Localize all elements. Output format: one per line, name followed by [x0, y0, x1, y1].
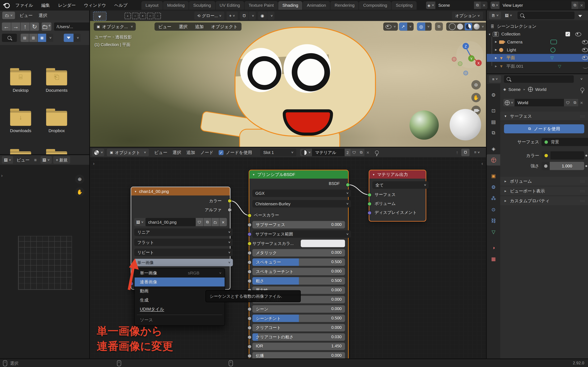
param-sheen-tint[interactable]: シーンチント0.500: [252, 315, 345, 322]
path-field[interactable]: /Users/...: [54, 22, 89, 31]
node-menu-node[interactable]: ノード: [200, 150, 213, 155]
image-fake-user-shield-icon[interactable]: 🛡: [196, 218, 203, 226]
strength-animate-dot[interactable]: [585, 165, 587, 167]
custom-properties-panel-header[interactable]: ► カスタムプロパティ ::::: [500, 196, 588, 205]
new-image-button[interactable]: + 新規: [53, 156, 70, 164]
world-color-widget[interactable]: [541, 151, 584, 159]
world-browse-icon[interactable]: ∨: [503, 99, 515, 106]
file-browser-display-menu-button[interactable]: 🗀∨: [2, 12, 15, 19]
material-output-node[interactable]: ▼マテリアル出力 全て∨ サーフェス ボリューム ディスプレイスメント: [369, 170, 426, 221]
color-animate-dot[interactable]: [585, 155, 587, 156]
interpolation-dropdown[interactable]: リニア∨: [134, 228, 233, 236]
pin-icon[interactable]: [375, 150, 379, 154]
folder-item-dropbox[interactable]: Dropbox: [40, 111, 73, 133]
scene-icon[interactable]: ◈∨: [426, 1, 435, 9]
tweak-tool-button[interactable]: ▶: [93, 12, 107, 21]
param-metallic[interactable]: メタリック0.000: [252, 249, 345, 257]
image-copy-icon[interactable]: ⧉: [204, 218, 211, 226]
display-settings-dropdown[interactable]: ∨: [47, 34, 53, 42]
outliner-row-collection[interactable]: ▼ 🗄 Collection ✓: [488, 30, 586, 38]
viewport-menu-view[interactable]: ビュー: [155, 24, 175, 30]
collection-checkbox[interactable]: ✓: [566, 32, 570, 36]
outliner-row-camera[interactable]: ▶ Camera: [495, 38, 586, 46]
image-name-field[interactable]: chan14_00.png: [146, 218, 196, 226]
use-nodes-button[interactable]: ⧉ノードを使用: [504, 124, 584, 133]
view-thumbnails-icon[interactable]: ▦: [38, 34, 46, 42]
scene-copy-icon[interactable]: ⧉: [474, 1, 480, 9]
transform-orientation-dropdown[interactable]: ⟲グロー...∨: [194, 12, 224, 20]
back-button[interactable]: ←: [2, 22, 11, 31]
param-clearcoat[interactable]: クリアコート0.000: [252, 324, 345, 332]
viewport-menu-object[interactable]: オブジェクト: [208, 24, 241, 30]
gizmo-dropdown[interactable]: ↗∨: [399, 22, 414, 31]
viewport-mode-dropdown[interactable]: ▣オブジェク...∨: [94, 22, 136, 31]
strength-slider[interactable]: 1.000: [541, 162, 584, 170]
param-subsurface-color[interactable]: サブサーフェスカラ...: [252, 240, 345, 247]
tab-rendering[interactable]: Rendering: [330, 1, 359, 9]
socket-subsurface-radius[interactable]: [247, 232, 251, 236]
xray-toggle[interactable]: ⧉: [435, 22, 443, 31]
select-mode-difference-icon[interactable]: ◦: [155, 13, 161, 19]
folder-item-downloads[interactable]: ↓ Downloads: [4, 111, 37, 133]
tab-shading[interactable]: Shading: [278, 1, 302, 9]
viewport-display-panel-header[interactable]: ► ビューポート表示 ::::: [500, 187, 588, 196]
socket-metallic[interactable]: [247, 251, 251, 255]
tab-render-icon[interactable]: ⊡: [487, 105, 500, 116]
tab-modeling[interactable]: Modeling: [163, 1, 189, 9]
overlays-dropdown[interactable]: ◎∨: [417, 22, 432, 31]
tab-particles-icon[interactable]: ⁂: [487, 192, 500, 204]
viewport-menu-select[interactable]: 選択: [175, 24, 191, 30]
select-mode-intersect-icon[interactable]: ∩: [147, 13, 153, 19]
socket-specular[interactable]: [247, 260, 251, 264]
plane-001-mesh-data-icon[interactable]: ▽: [558, 64, 561, 69]
subsurface-color-swatch[interactable]: [301, 240, 345, 247]
scene-unlink-icon[interactable]: ✕: [481, 1, 488, 9]
principled-bsdf-node[interactable]: ▼プリンシプルBSDF BSDF GGX∨ Christensen-Burley…: [249, 170, 348, 359]
outliner-row-plane-selected[interactable]: ▶ ▼ 平面 ▽: [487, 54, 588, 62]
light-visibility-eye-icon[interactable]: [582, 48, 588, 52]
param-subsurface-radius[interactable]: サブサーフェス範囲∨: [252, 230, 351, 238]
select-mode-extend-icon[interactable]: −: [132, 13, 138, 19]
filter-toggle-button[interactable]: [64, 34, 73, 42]
world-copy-icon[interactable]: ⧉: [572, 99, 578, 106]
outliner-filter-funnel-icon[interactable]: [578, 12, 582, 19]
folder-item-documents[interactable]: ⎗ Documents: [40, 70, 73, 92]
folder-item-desktop[interactable]: ⌸ Desktop: [4, 70, 37, 92]
hdri-preview-sphere[interactable]: [410, 110, 439, 140]
toolbar-expand-chevron[interactable]: ›: [1, 173, 3, 178]
node-menu-select[interactable]: 選択: [173, 150, 181, 155]
folder-item-partial[interactable]: [40, 151, 73, 154]
socket-specular-tint[interactable]: [247, 269, 251, 274]
select-mode-subtract-icon[interactable]: ×: [139, 13, 146, 19]
socket-subsurface-color[interactable]: [247, 242, 251, 246]
pan-hand-icon[interactable]: ✋: [75, 187, 84, 197]
socket-sheen[interactable]: [247, 307, 251, 311]
param-specular[interactable]: スペキュラー0.500: [252, 258, 345, 266]
white-preview-sphere[interactable]: [450, 109, 481, 140]
shading-rendered-icon[interactable]: [474, 24, 480, 30]
new-folder-button[interactable]: 🗀⁺: [42, 22, 52, 31]
socket-bsdf-output[interactable]: [346, 183, 350, 187]
folder-item-partial[interactable]: [4, 151, 37, 154]
refresh-button[interactable]: ↻: [30, 22, 39, 31]
outliner-search-input[interactable]: [518, 12, 575, 19]
light-data-icon[interactable]: [550, 47, 555, 52]
collection-visibility-eye-icon[interactable]: [575, 32, 581, 36]
viewport-3d[interactable]: ▶ ＋ − × ∩ ◦ ⟲グロー...∨ ⌖∨ Ω ∨ ◉ ∨ オプション∨: [90, 10, 486, 147]
world-fake-user-shield-icon[interactable]: 🛡: [564, 99, 572, 106]
node-menu-view[interactable]: ビュー: [154, 150, 167, 155]
outliner-display-mode-icon[interactable]: 🖽∨: [502, 12, 515, 19]
distribution-dropdown[interactable]: GGX∨: [252, 189, 351, 197]
viewport-scene[interactable]: ▣オブジェク...∨ ビュー 選択 追加 オブジェクト ∨ ↗∨ ◎∨ ⧉ ∨ …: [90, 21, 486, 147]
surface-panel-header[interactable]: ▼ サーフェス ::::: [500, 111, 588, 121]
properties-editor-type-icon[interactable]: ≡∨: [489, 75, 501, 83]
image-editor-menu-view[interactable]: ビュー: [17, 157, 30, 163]
socket-roughness[interactable]: [247, 279, 251, 283]
editor-type-image-icon[interactable]: 🖽∨: [2, 156, 13, 164]
tab-constraints-icon[interactable]: ⛓: [487, 215, 500, 226]
tab-sculpting[interactable]: Sculpting: [189, 1, 215, 9]
pivot-point-dropdown[interactable]: ⌖∨: [227, 12, 238, 20]
tab-animation[interactable]: Animation: [303, 1, 330, 9]
menu-item-single-image[interactable]: 単一画像 sRGB ∨: [135, 268, 225, 277]
world-name-field[interactable]: World: [515, 99, 564, 106]
